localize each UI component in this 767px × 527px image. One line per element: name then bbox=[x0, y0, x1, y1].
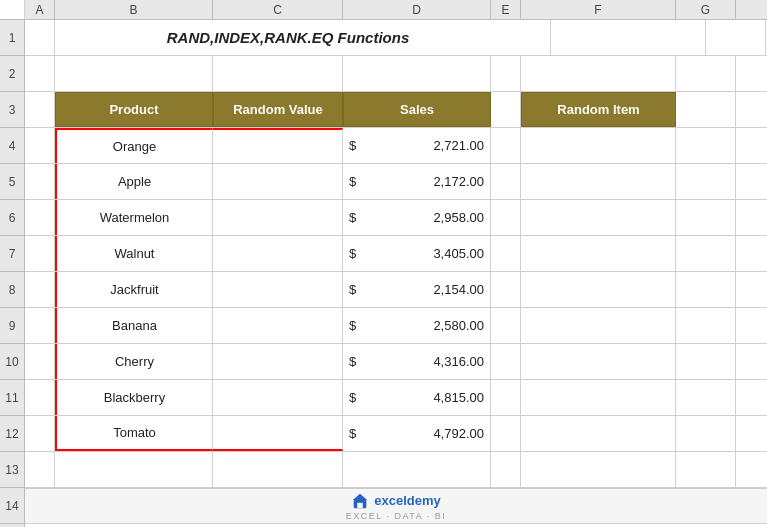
row-num-8: 8 bbox=[0, 272, 24, 308]
r4-product: Orange bbox=[55, 128, 213, 163]
r13-f bbox=[521, 452, 676, 487]
r10-sales-val: 4,316.00 bbox=[433, 354, 484, 369]
r8-sales: $ 2,154.00 bbox=[343, 272, 491, 307]
r4-sales-val: 2,721.00 bbox=[433, 138, 484, 153]
r11-randomvalue bbox=[213, 380, 343, 415]
r2-d bbox=[343, 56, 491, 91]
row-num-10: 10 bbox=[0, 344, 24, 380]
r6-sales: $ 2,958.00 bbox=[343, 200, 491, 235]
row-num-7: 7 bbox=[0, 236, 24, 272]
r8-e bbox=[491, 272, 521, 307]
r4-dollar: $ bbox=[349, 138, 356, 153]
r9-e bbox=[491, 308, 521, 343]
r10-g bbox=[676, 344, 736, 379]
r12-product: Tomato bbox=[55, 416, 213, 451]
row-11: Blackberry $ 4,815.00 bbox=[25, 380, 767, 416]
r13-c bbox=[213, 452, 343, 487]
r3-randomvalue-header: Random Value bbox=[213, 92, 343, 127]
r10-randomvalue bbox=[213, 344, 343, 379]
r12-e bbox=[491, 416, 521, 451]
row-9: Banana $ 2,580.00 bbox=[25, 308, 767, 344]
r5-randomvalue bbox=[213, 164, 343, 199]
r12-g bbox=[676, 416, 736, 451]
r6-dollar: $ bbox=[349, 210, 356, 225]
r10-dollar: $ bbox=[349, 354, 356, 369]
r2-a bbox=[25, 56, 55, 91]
r7-dollar: $ bbox=[349, 246, 356, 261]
row-7: Walnut $ 3,405.00 bbox=[25, 236, 767, 272]
row-13 bbox=[25, 452, 767, 488]
r2-g bbox=[676, 56, 736, 91]
exceldemy-logo-icon bbox=[351, 492, 369, 510]
row-4: Orange $ 2,721.00 bbox=[25, 128, 767, 164]
r3-product-header: Product bbox=[55, 92, 213, 127]
r9-randomitem bbox=[521, 308, 676, 343]
r1-e bbox=[521, 20, 551, 55]
r11-g bbox=[676, 380, 736, 415]
row-num-5: 5 bbox=[0, 164, 24, 200]
r10-product: Cherry bbox=[55, 344, 213, 379]
row-14: exceldemy EXCEL · DATA · BI bbox=[25, 488, 767, 524]
r5-g bbox=[676, 164, 736, 199]
svg-rect-2 bbox=[358, 502, 363, 507]
r8-g bbox=[676, 272, 736, 307]
r2-c bbox=[213, 56, 343, 91]
r7-product: Walnut bbox=[55, 236, 213, 271]
r5-sales: $ 2,172.00 bbox=[343, 164, 491, 199]
r12-randomvalue bbox=[213, 416, 343, 451]
r1-b: RAND,INDEX,RANK.EQ Functions bbox=[55, 20, 521, 55]
r7-g bbox=[676, 236, 736, 271]
r3-a bbox=[25, 92, 55, 127]
r9-randomvalue bbox=[213, 308, 343, 343]
r11-sales: $ 4,815.00 bbox=[343, 380, 491, 415]
r9-sales: $ 2,580.00 bbox=[343, 308, 491, 343]
row-numbers: 1 2 3 4 5 6 7 8 9 10 11 12 13 14 bbox=[0, 20, 25, 527]
r7-sales-val: 3,405.00 bbox=[433, 246, 484, 261]
r8-sales-val: 2,154.00 bbox=[433, 282, 484, 297]
r12-a bbox=[25, 416, 55, 451]
row-1: RAND,INDEX,RANK.EQ Functions bbox=[25, 20, 767, 56]
spreadsheet: A B C D E F G 1 2 3 4 5 6 7 8 9 10 11 12… bbox=[0, 0, 767, 527]
r6-g bbox=[676, 200, 736, 235]
r9-a bbox=[25, 308, 55, 343]
r7-a bbox=[25, 236, 55, 271]
r7-randomitem bbox=[521, 236, 676, 271]
col-header-b: B bbox=[55, 0, 213, 19]
col-header-d: D bbox=[343, 0, 491, 19]
r2-f bbox=[521, 56, 676, 91]
row-num-1: 1 bbox=[0, 20, 24, 56]
row-5: Apple $ 2,172.00 bbox=[25, 164, 767, 200]
row-num-6: 6 bbox=[0, 200, 24, 236]
col-header-a: A bbox=[25, 0, 55, 19]
footer-logo-text: exceldemy bbox=[374, 493, 441, 508]
r13-g bbox=[676, 452, 736, 487]
row-num-2: 2 bbox=[0, 56, 24, 92]
corner-cell bbox=[0, 0, 25, 19]
col-headers: A B C D E F G bbox=[0, 0, 767, 20]
col-header-c: C bbox=[213, 0, 343, 19]
r8-randomitem bbox=[521, 272, 676, 307]
r13-a bbox=[25, 452, 55, 487]
r12-dollar: $ bbox=[349, 426, 356, 441]
r6-randomitem bbox=[521, 200, 676, 235]
row-num-11: 11 bbox=[0, 380, 24, 416]
r3-e bbox=[491, 92, 521, 127]
r7-randomvalue bbox=[213, 236, 343, 271]
spreadsheet-title: RAND,INDEX,RANK.EQ Functions bbox=[167, 29, 410, 46]
r5-randomitem bbox=[521, 164, 676, 199]
r10-a bbox=[25, 344, 55, 379]
r9-product: Banana bbox=[55, 308, 213, 343]
r11-e bbox=[491, 380, 521, 415]
r11-a bbox=[25, 380, 55, 415]
r6-e bbox=[491, 200, 521, 235]
r13-e bbox=[491, 452, 521, 487]
r5-e bbox=[491, 164, 521, 199]
row-num-4: 4 bbox=[0, 128, 24, 164]
r4-g bbox=[676, 128, 736, 163]
r5-dollar: $ bbox=[349, 174, 356, 189]
r2-e bbox=[491, 56, 521, 91]
row-3: Product Random Value Sales Random Item bbox=[25, 92, 767, 128]
r13-d bbox=[343, 452, 491, 487]
r12-sales-val: 4,792.00 bbox=[433, 426, 484, 441]
r8-dollar: $ bbox=[349, 282, 356, 297]
